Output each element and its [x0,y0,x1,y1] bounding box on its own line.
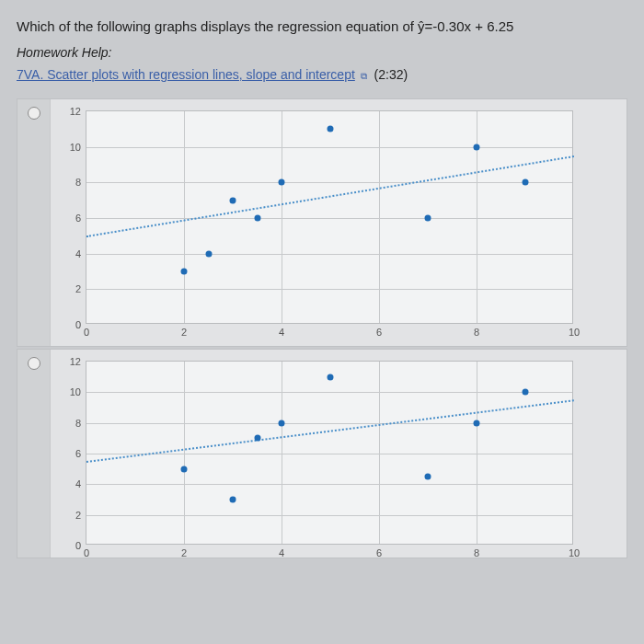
data-point [425,215,431,222]
data-point [474,144,480,150]
data-point [181,269,188,275]
x-tick-label: 2 [181,323,187,338]
x-tick-label: 10 [569,544,580,558]
data-point [254,215,260,222]
y-tick-label: 0 [75,540,86,551]
data-point [205,250,212,257]
radio-cell [17,99,51,346]
x-tick-label: 4 [279,544,284,558]
help-video-link[interactable]: 7VA. Scatter plots with regression lines… [17,67,355,82]
data-point [181,466,188,472]
y-tick-label: 0 [75,319,86,330]
data-point [425,474,431,480]
x-tick-label: 8 [474,323,479,338]
scatter-chart-b: 0246810024681012 [51,350,627,558]
question-text: Which of the following graphs displays t… [17,18,627,34]
y-tick-label: 12 [70,356,86,367]
x-tick-label: 6 [376,323,382,338]
x-tick-label: 2 [181,544,187,558]
radio-button[interactable] [28,107,40,120]
data-point [328,374,334,380]
y-tick-label: 2 [75,510,86,521]
external-link-icon: ⧉ [361,71,367,81]
scatter-chart-a: 0246810024681012 [51,99,627,346]
answer-options: 0246810024681012 0246810024681012 [17,98,627,558]
data-point [328,126,334,132]
data-point [279,179,285,186]
radio-button[interactable] [28,357,40,370]
y-tick-label: 4 [75,248,86,259]
y-tick-label: 6 [75,213,86,224]
x-tick-label: 4 [279,323,284,338]
y-tick-label: 10 [70,142,86,153]
help-link-row: 7VA. Scatter plots with regression lines… [17,67,627,82]
data-point [523,389,529,396]
option-a[interactable]: 0246810024681012 [17,98,627,347]
option-b[interactable]: 0246810024681012 [17,349,627,558]
chart-cell-b: 0246810024681012 [51,350,627,558]
data-point [230,197,236,203]
y-tick-label: 10 [70,386,86,397]
help-video-duration: (2:32) [374,67,408,82]
y-tick-label: 6 [75,448,86,459]
data-point [230,497,236,503]
data-point [474,420,480,426]
regression-line [86,155,574,237]
y-tick-label: 8 [75,177,86,188]
y-tick-label: 12 [70,106,86,117]
y-tick-label: 2 [75,283,86,294]
data-point [523,179,529,186]
data-point [279,420,285,426]
data-point [254,435,260,442]
x-tick-label: 10 [569,323,580,338]
chart-cell-a: 0246810024681012 [51,99,627,346]
y-tick-label: 8 [75,418,86,429]
y-tick-label: 4 [75,478,86,489]
homework-help-label: Homework Help: [17,45,627,60]
radio-cell [17,350,51,558]
x-tick-label: 6 [376,544,382,558]
x-tick-label: 8 [474,544,479,558]
